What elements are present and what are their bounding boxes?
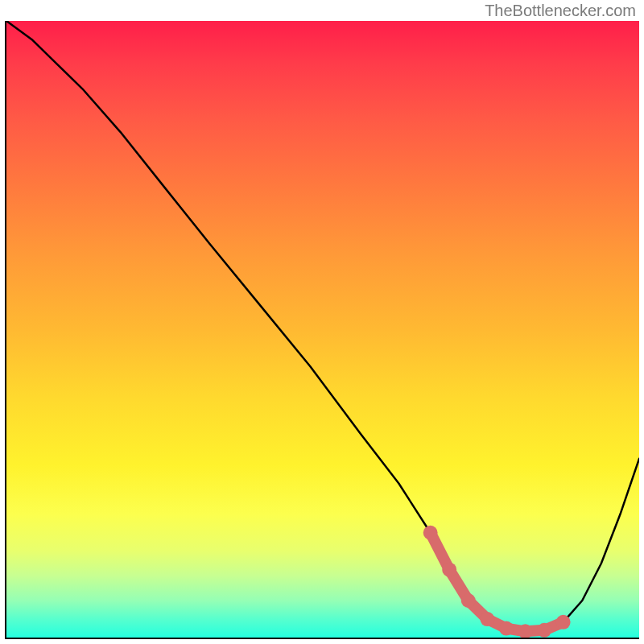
highlight-dot <box>442 563 456 577</box>
highlight-dot <box>461 593 476 608</box>
chart-container <box>5 21 639 639</box>
highlight-line <box>431 533 564 632</box>
highlight-dot <box>423 526 438 540</box>
highlight-dot <box>556 615 571 630</box>
curve-line <box>6 21 639 631</box>
highlight-dot <box>499 621 514 636</box>
highlight-dot <box>480 612 494 626</box>
attribution-text: TheBottlenecker.com <box>485 2 636 20</box>
chart-plot <box>6 21 639 638</box>
highlight-dot <box>537 623 551 638</box>
